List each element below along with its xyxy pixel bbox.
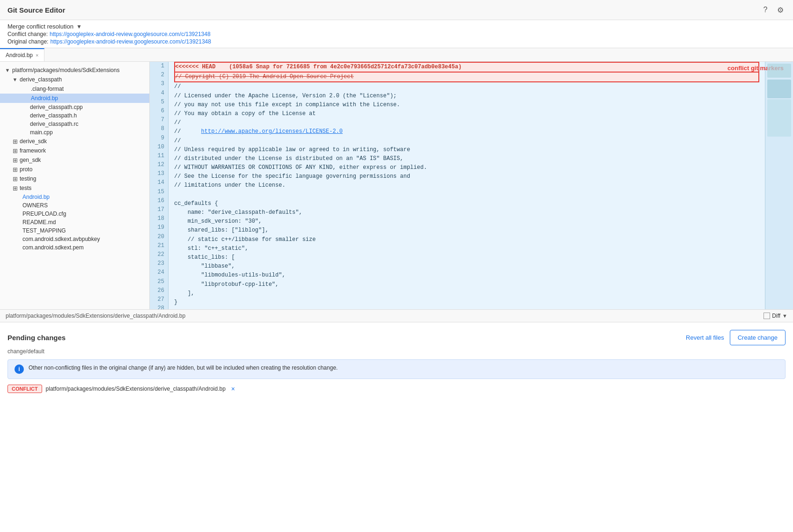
tree-item-pem[interactable]: com.android.sdkext.pem	[0, 243, 149, 252]
tree-label-derive-classpath: derive_classpath	[20, 76, 62, 83]
tree-item-avbpubkey[interactable]: com.android.sdkext.avbpubkey	[0, 235, 149, 243]
code-line-20: // static c++/libbase for smaller size	[174, 235, 759, 244]
tree-item-tests[interactable]: ⊞ tests	[0, 183, 149, 193]
code-line-26: ],	[174, 289, 759, 298]
code-content: <<<<<<< HEAD (1058a6 Snap for 7216685 fr…	[169, 62, 765, 309]
tree-item-derive-cpp[interactable]: derive_classpath.cpp	[0, 103, 149, 111]
diff-dropdown-icon[interactable]: ▼	[782, 313, 787, 319]
line-num-9: 9	[154, 134, 164, 143]
code-line-1: <<<<<<< HEAD (1058a6 Snap for 7216685 fr…	[174, 62, 759, 73]
tree-item-testing[interactable]: ⊞ testing	[0, 174, 149, 183]
close-tab-icon[interactable]: ×	[36, 52, 38, 58]
code-line-16: cc_defaults {	[174, 199, 759, 208]
file-tab-android-bp[interactable]: Android.bp ×	[0, 48, 44, 61]
tree-item-clang-format[interactable]: .clang-format	[0, 84, 149, 94]
tree-item-gen-sdk[interactable]: ⊞ gen_sdk	[0, 155, 149, 165]
conflict-change-label: Conflict change:	[7, 31, 48, 37]
line-num-11: 11	[154, 152, 164, 160]
tree-label-gen-sdk: gen_sdk	[20, 157, 41, 163]
info-bar: Merge conflict resolution ▼ Conflict cha…	[0, 20, 793, 48]
code-editor-area[interactable]: conflict git markers 1 2 3 4 5 6 7 8 9 1…	[150, 62, 793, 309]
dropdown-arrow-icon[interactable]: ▼	[76, 23, 82, 30]
code-line-5: // you may not use this file except in c…	[174, 101, 759, 109]
line-num-22: 22	[154, 250, 164, 259]
line-num-2: 2	[154, 71, 164, 80]
tree-spacer-android	[22, 95, 30, 102]
license-link[interactable]: http://www.apache.org/licenses/LICENSE-2…	[201, 128, 343, 135]
tree-item-derive-h[interactable]: derive_classpath.h	[0, 111, 149, 120]
line-num-5: 5	[154, 98, 164, 107]
line-num-1: 1	[154, 62, 164, 71]
diff-toggle[interactable]: Diff ▼	[764, 313, 787, 319]
create-change-button[interactable]: Create change	[730, 330, 786, 345]
code-line-27: }	[174, 298, 759, 307]
conflict-change-link[interactable]: https://googleplex-android-review.google…	[50, 31, 211, 37]
file-tree-sidebar: ▼ platform/packages/modules/SdkExtension…	[0, 62, 150, 309]
code-line-25: "libprotobuf-cpp-lite",	[174, 280, 759, 289]
tree-toggle-derive-sdk[interactable]: ⊞	[11, 138, 19, 145]
tree-item-android-bp-root[interactable]: Android.bp	[0, 193, 149, 201]
tree-toggle-proto[interactable]: ⊞	[11, 166, 19, 173]
tree-label-android-bp: Android.bp	[31, 95, 58, 102]
tree-item-derive-sdk[interactable]: ⊞ derive_sdk	[0, 137, 149, 146]
code-line-23: "libbase",	[174, 262, 759, 271]
line-num-26: 26	[154, 286, 164, 295]
tree-toggle-framework[interactable]: ⊞	[11, 147, 19, 154]
code-line-7: //	[174, 118, 759, 127]
code-line-21: stl: "c++_static",	[174, 244, 759, 253]
help-icon[interactable]: ?	[760, 5, 771, 15]
code-line-2: // Copyright (C) 2019 The Android Open S…	[174, 73, 759, 82]
tree-item-derive-classpath[interactable]: ▼ derive_classpath	[0, 75, 149, 84]
settings-icon[interactable]: ⚙	[775, 5, 786, 15]
line-num-13: 13	[154, 169, 164, 178]
status-bar: platform/packages/modules/SdkExtensions/…	[0, 310, 793, 322]
tree-toggle-derive[interactable]: ▼	[11, 76, 19, 83]
tree-label-proto: proto	[20, 166, 32, 173]
line-numbers: 1 2 3 4 5 6 7 8 9 10 11 12 13 14 15 16 1…	[150, 62, 169, 309]
tree-label-derive-sdk: derive_sdk	[20, 138, 47, 145]
line-num-14: 14	[154, 178, 164, 187]
tree-item-readme[interactable]: README.md	[0, 218, 149, 226]
code-line-19: shared_libs: ["liblog"],	[174, 226, 759, 235]
original-change-link[interactable]: https://googleplex-android-review.google…	[50, 38, 211, 45]
line-num-20: 20	[154, 233, 164, 241]
tree-label-owners: OWNERS	[22, 202, 48, 209]
tree-item-main-cpp[interactable]: main.cpp	[0, 128, 149, 137]
tree-item-framework[interactable]: ⊞ framework	[0, 146, 149, 155]
pending-actions: Revert all files Create change	[686, 330, 786, 345]
tree-toggle-platform[interactable]: ▼	[4, 66, 11, 74]
line-num-24: 24	[154, 268, 164, 277]
line-num-6: 6	[154, 107, 164, 116]
original-change-row: Original change: https://googleplex-andr…	[7, 38, 786, 45]
file-path: platform/packages/modules/SdkExtensions/…	[6, 313, 185, 319]
code-line-11: // distributed under the License is dist…	[174, 154, 759, 163]
code-editor: 1 2 3 4 5 6 7 8 9 10 11 12 13 14 15 16 1…	[150, 62, 793, 309]
tree-item-preupload[interactable]: PREUPLOAD.cfg	[0, 210, 149, 218]
tree-item-proto[interactable]: ⊞ proto	[0, 165, 149, 174]
tree-item-owners[interactable]: OWNERS	[0, 201, 149, 210]
tree-label-readme: README.md	[22, 219, 56, 226]
tree-toggle-testing[interactable]: ⊞	[11, 175, 19, 182]
tree-toggle-gen-sdk[interactable]: ⊞	[11, 156, 19, 164]
tree-item-android-bp[interactable]: Android.bp	[0, 94, 149, 103]
original-change-label: Original change:	[7, 38, 48, 45]
conflict-file-item: CONFLICT platform/packages/modules/SdkEx…	[7, 385, 786, 393]
tree-label-testing: testing	[20, 175, 36, 182]
line-num-23: 23	[154, 259, 164, 268]
tree-item-platform-root[interactable]: ▼ platform/packages/modules/SdkExtension…	[0, 66, 149, 75]
line-num-27: 27	[154, 295, 164, 304]
code-line-17: name: "derive_classpath-defaults",	[174, 208, 759, 217]
tree-item-test-mapping[interactable]: TEST_MAPPING	[0, 226, 149, 235]
diff-checkbox[interactable]	[764, 313, 770, 319]
conflict-file-path: platform/packages/modules/SdkExtensions/…	[46, 386, 226, 392]
line-num-17: 17	[154, 205, 164, 214]
pending-header: Pending changes Revert all files Create …	[7, 330, 786, 345]
conflict-remove-icon[interactable]: ×	[231, 385, 235, 393]
revert-all-button[interactable]: Revert all files	[686, 334, 724, 341]
line-num-8: 8	[154, 124, 164, 133]
tree-item-derive-rc[interactable]: derive_classpath.rc	[0, 120, 149, 128]
info-icon: i	[15, 364, 24, 374]
header-actions: ? ⚙	[760, 5, 786, 15]
tree-toggle-tests[interactable]: ⊞	[11, 184, 19, 192]
tree-label-test-mapping: TEST_MAPPING	[22, 227, 66, 234]
